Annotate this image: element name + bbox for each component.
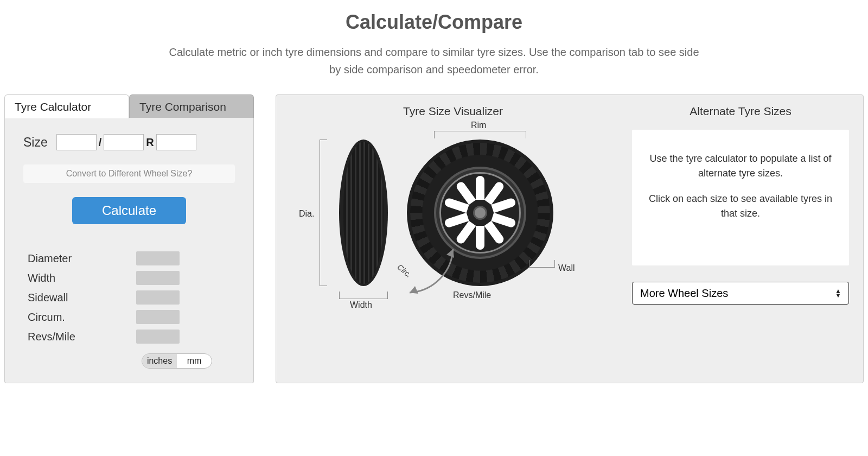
- result-revs-label: Revs/Mile: [28, 331, 136, 343]
- more-wheel-sizes-select[interactable]: More Wheel Sizes: [632, 282, 849, 305]
- size-ratio-input[interactable]: [104, 134, 144, 150]
- svg-marker-0: [410, 286, 418, 294]
- result-circum-value: [136, 310, 180, 324]
- unit-mm[interactable]: mm: [177, 354, 212, 368]
- width-label: Width: [350, 300, 372, 310]
- result-diameter-label: Diameter: [28, 252, 136, 265]
- convert-wheel-size-link[interactable]: Convert to Different Wheel Size?: [23, 164, 235, 183]
- result-sidewall-label: Sidewall: [28, 292, 136, 304]
- unit-inches[interactable]: inches: [142, 354, 177, 368]
- dia-bracket: [320, 140, 327, 286]
- alternate-title: Alternate Tyre Sizes: [632, 105, 849, 118]
- svg-marker-1: [446, 249, 454, 258]
- alternate-info-box: Use the tyre calculator to populate a li…: [632, 130, 849, 265]
- wall-label: Wall: [558, 263, 575, 273]
- width-bracket: [339, 292, 388, 299]
- size-r: R: [145, 136, 155, 149]
- result-diameter-value: [136, 251, 180, 265]
- size-slash: /: [98, 136, 103, 149]
- dia-label: Dia.: [299, 209, 314, 219]
- calculate-button[interactable]: Calculate: [72, 197, 186, 224]
- visualizer-area: Dia. Width Rim Wall: [290, 130, 616, 314]
- tab-comparison[interactable]: Tyre Comparison: [129, 94, 254, 118]
- result-revs-value: [136, 330, 180, 344]
- calculator-panel: Tyre Calculator Tyre Comparison Size / R…: [4, 94, 254, 383]
- alternate-line2: Click on each size to see available tyre…: [643, 192, 838, 221]
- size-width-input[interactable]: [56, 134, 97, 150]
- unit-toggle[interactable]: inches mm: [142, 353, 212, 369]
- size-rim-input[interactable]: [156, 134, 196, 150]
- rim-label: Rim: [471, 121, 486, 130]
- tyre-side-view: [339, 140, 388, 286]
- tab-calculator[interactable]: Tyre Calculator: [4, 94, 129, 118]
- result-circum-label: Circum.: [28, 311, 136, 324]
- result-width-value: [136, 271, 180, 285]
- size-label: Size: [23, 135, 48, 150]
- visualizer-title: Tyre Size Visualizer: [290, 105, 616, 118]
- result-sidewall-value: [136, 290, 180, 305]
- alternate-line1: Use the tyre calculator to populate a li…: [643, 151, 838, 181]
- rim-bracket: [434, 131, 526, 138]
- page-title: Calculate/Compare: [0, 11, 868, 34]
- right-panel: Tyre Size Visualizer Dia. Width Rim: [276, 94, 864, 383]
- wall-bracket: [529, 260, 555, 268]
- page-subtitle: Calculate metric or inch tyre dimensions…: [163, 43, 705, 78]
- result-width-label: Width: [28, 272, 136, 284]
